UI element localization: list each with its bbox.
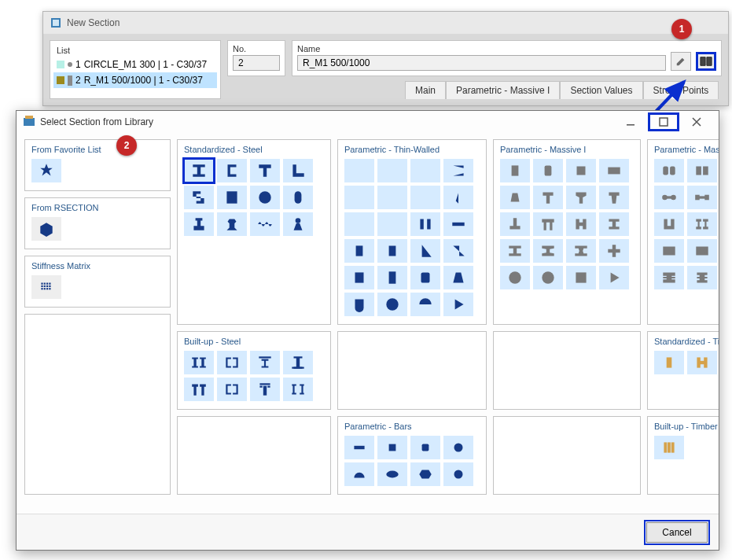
shape-2c-front[interactable] — [217, 378, 247, 401]
shape-i-step[interactable] — [687, 266, 717, 289]
shape-cross[interactable] — [599, 239, 629, 263]
shape-bar-rsquare[interactable] — [410, 436, 440, 459]
shape-i-haunched[interactable] — [410, 159, 440, 182]
cancel-button[interactable]: Cancel — [646, 522, 708, 543]
shape-i-notch[interactable] — [654, 266, 684, 289]
shape-i-shear[interactable] — [533, 239, 563, 263]
shape-trap-box[interactable] — [443, 266, 473, 289]
shape-circle-solid[interactable] — [500, 266, 530, 289]
shape-tee-haunch-m[interactable] — [599, 186, 629, 209]
shape-h-section[interactable] — [566, 212, 596, 236]
shape-2c-back[interactable] — [217, 351, 247, 374]
shape-pipe[interactable] — [377, 293, 407, 316]
shape-oval[interactable] — [283, 186, 313, 209]
list-item[interactable]: 2 R_M1 500/1000 | 1 - C30/37 — [53, 72, 217, 88]
shape-square-solid[interactable] — [566, 159, 596, 182]
shape-i-asym[interactable] — [377, 159, 407, 182]
shape-bar-round2[interactable] — [443, 462, 473, 486]
shape-hollow-rect-m[interactable] — [566, 266, 596, 289]
shape-trap[interactable] — [500, 186, 530, 209]
shape-bar-halfround[interactable] — [344, 462, 374, 486]
shape-channel-lip[interactable] — [377, 239, 407, 263]
shape-rect-wide[interactable] — [599, 159, 629, 182]
shape-angle[interactable] — [283, 159, 313, 182]
shape-crane-rail[interactable] — [217, 212, 247, 236]
favorite-button[interactable] — [31, 159, 61, 182]
shape-ii-2[interactable] — [283, 378, 313, 401]
shape-tee-haunch[interactable] — [443, 186, 473, 209]
shape-timber-3ply[interactable] — [654, 436, 684, 459]
shape-cable[interactable] — [283, 212, 313, 236]
edit-name-button[interactable] — [671, 52, 691, 71]
shape-i-section[interactable] — [184, 159, 214, 182]
shape-ring[interactable] — [533, 266, 563, 289]
tab-parametric-massive-i[interactable]: Parametric - Massive I — [446, 81, 560, 99]
shape-bar-round[interactable] — [443, 436, 473, 459]
shape-tee[interactable] — [250, 159, 280, 182]
shape-rect-round[interactable] — [533, 159, 563, 182]
shape-double-channel[interactable] — [410, 212, 440, 236]
shape-hollow-rect[interactable] — [217, 186, 247, 209]
shape-tee-wide[interactable] — [377, 186, 407, 209]
shape-double-i[interactable] — [377, 212, 407, 236]
shape-u-massive[interactable] — [654, 212, 684, 236]
shape-angle-thin[interactable] — [410, 239, 440, 263]
shape-bar-flat[interactable] — [344, 436, 374, 459]
shape-rail[interactable] — [184, 212, 214, 236]
tab-main[interactable]: Main — [405, 81, 446, 99]
close-button[interactable] — [681, 112, 712, 131]
shape-2i[interactable] — [184, 351, 214, 374]
shape-i-haunch-m[interactable] — [566, 239, 596, 263]
stiffness-matrix-button[interactable] — [31, 275, 61, 299]
shape-double-t[interactable] — [184, 378, 214, 401]
shape-rect-solid[interactable] — [500, 159, 530, 182]
shape-inv-tee[interactable] — [500, 212, 530, 236]
shape-hollow-circle[interactable] — [250, 186, 280, 209]
shape-i-channel[interactable] — [443, 159, 473, 182]
shape-play-icon[interactable] — [599, 266, 629, 289]
shape-pi-massive[interactable] — [533, 212, 563, 236]
maximize-button[interactable] — [648, 112, 679, 131]
shape-corrugated[interactable] — [250, 212, 280, 236]
shape-channel-thin[interactable] — [344, 239, 374, 263]
shape-bar-ellipse[interactable] — [377, 462, 407, 486]
open-library-button[interactable] — [696, 52, 716, 71]
shape-z-thin[interactable] — [443, 239, 473, 263]
shape-i-massive[interactable] — [599, 212, 629, 236]
name-field[interactable]: R_M1 500/1000 — [297, 55, 666, 71]
no-field[interactable]: 2 — [233, 55, 280, 71]
shape-box-tall[interactable] — [377, 266, 407, 289]
minimize-button[interactable] — [615, 112, 646, 131]
shape-channel[interactable] — [217, 159, 247, 182]
shape-i-cap[interactable] — [250, 378, 280, 401]
shape-bar-hex[interactable] — [410, 462, 440, 486]
shape-box-girder[interactable] — [654, 239, 684, 263]
shape-z-section[interactable] — [184, 186, 214, 209]
shape-two-cell[interactable] — [654, 159, 684, 182]
shape-box-round[interactable] — [410, 266, 440, 289]
shape-two-rect[interactable] — [687, 159, 717, 182]
list-item[interactable]: 1 CIRCLE_M1 300 | 1 - C30/37 — [53, 57, 217, 72]
tab-section-values[interactable]: Section Values — [560, 81, 642, 99]
shape-semi-pipe[interactable] — [410, 293, 440, 316]
shape-plate-i[interactable] — [250, 351, 280, 374]
shape-box-dual[interactable] — [687, 239, 717, 263]
shape-tee-down[interactable] — [410, 186, 440, 209]
shape-dumbbell-sq[interactable] — [687, 186, 717, 209]
shape-tee-taper[interactable] — [566, 186, 596, 209]
shape-box-thin[interactable] — [344, 266, 374, 289]
shape-ii-massive[interactable] — [687, 212, 717, 236]
shape-tee-massive[interactable] — [533, 186, 563, 209]
shape-i-sym[interactable] — [344, 159, 374, 182]
library-titlebar[interactable]: Select Section from Library — [17, 111, 719, 133]
shape-bar-square[interactable] — [377, 436, 407, 459]
shape-dumbbell[interactable] — [654, 186, 684, 209]
shape-u-open[interactable] — [344, 293, 374, 316]
shape-pi[interactable] — [344, 212, 374, 236]
shape-tee-thin[interactable] — [344, 186, 374, 209]
shape-i-wide[interactable] — [500, 239, 530, 263]
new-section-titlebar[interactable]: New Section — [43, 12, 728, 34]
shape-play-icon[interactable] — [443, 293, 473, 316]
shape-timber-rect[interactable] — [654, 351, 684, 374]
shape-timber-i[interactable] — [687, 351, 717, 374]
